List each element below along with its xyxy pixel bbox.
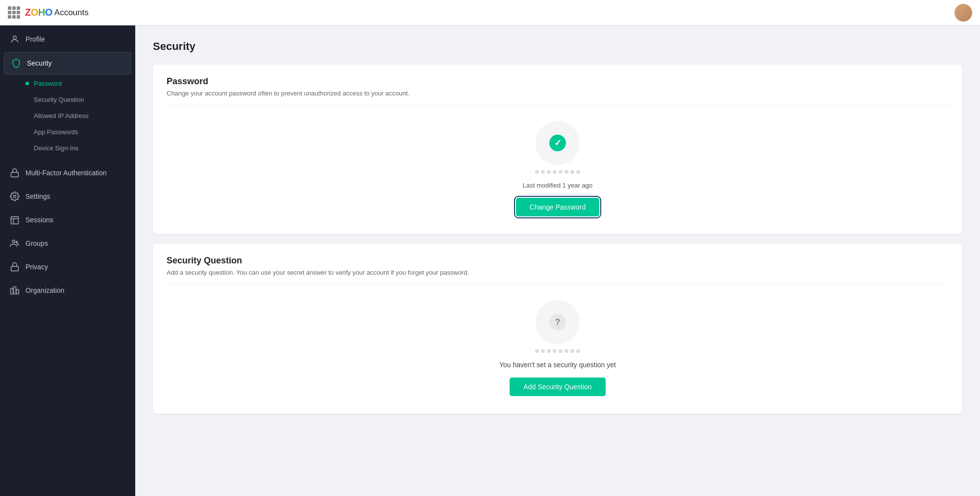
groups-icon — [10, 238, 20, 248]
dot-3 — [547, 170, 551, 174]
sidebar-sessions-label: Sessions — [25, 216, 53, 224]
dot-7 — [570, 170, 574, 174]
no-question-text: You haven't set a security question yet — [499, 361, 616, 369]
sidebar-subitem-password[interactable]: Password — [0, 75, 135, 92]
password-icon-circle: ✓ — [536, 121, 580, 165]
organization-icon — [10, 285, 20, 295]
svg-point-6 — [12, 240, 15, 242]
sidebar-groups-label: Groups — [25, 239, 48, 247]
sidebar-organization-label: Organization — [25, 286, 64, 294]
user-avatar[interactable] — [955, 4, 972, 22]
sidebar-item-privacy[interactable]: Privacy — [0, 255, 135, 279]
layout: Profile Security Password Security Quest… — [0, 25, 980, 496]
sidebar-item-sessions[interactable]: Sessions — [0, 208, 135, 232]
sidebar-subitem-allowed-ip[interactable]: Allowed IP Address — [0, 108, 135, 124]
active-dot — [25, 82, 29, 85]
svg-point-7 — [16, 241, 18, 243]
last-modified-text: Last modified 1 year ago — [523, 182, 592, 189]
sq-dot-7 — [570, 349, 574, 353]
password-card-header: Password Change your account password of… — [153, 65, 962, 105]
sq-dot-3 — [547, 349, 551, 353]
profile-icon — [10, 34, 20, 44]
inactive-dot-3 — [25, 130, 29, 134]
sidebar-privacy-label: Privacy — [25, 263, 48, 271]
zoho-logo: ZOHO Accounts — [25, 7, 89, 18]
inactive-dot — [25, 98, 29, 101]
sidebar-item-organization[interactable]: Organization — [0, 279, 135, 302]
app-grid-icon[interactable] — [8, 6, 20, 19]
subitem-security-question-label: Security Question — [34, 96, 84, 103]
svg-rect-1 — [11, 172, 19, 177]
subitem-allowed-ip-label: Allowed IP Address — [34, 112, 89, 119]
subitem-device-sign-ins-label: Device Sign-Ins — [34, 144, 78, 152]
password-check-badge: ✓ — [549, 135, 566, 151]
sq-dot-8 — [576, 349, 580, 353]
svg-rect-11 — [16, 289, 19, 294]
sidebar-security-label: Security — [27, 59, 52, 67]
password-card-desc: Change your account password often to pr… — [167, 90, 949, 97]
dot-6 — [564, 170, 568, 174]
privacy-icon — [10, 262, 20, 272]
sidebar-settings-label: Settings — [25, 192, 50, 200]
sidebar-profile-label: Profile — [25, 35, 45, 43]
sidebar-subitem-device-sign-ins[interactable]: Device Sign-Ins — [0, 140, 135, 156]
avatar-image — [955, 4, 972, 22]
svg-rect-3 — [11, 216, 19, 224]
security-question-icon-circle: ? — [536, 300, 580, 344]
dot-4 — [553, 170, 557, 174]
security-question-card-body: ? You haven't set a security question ye… — [153, 284, 962, 414]
sq-dot-2 — [541, 349, 545, 353]
main-content: Security Password Change your account pa… — [135, 25, 980, 496]
sidebar-subitem-app-passwords[interactable]: App Passwords — [0, 124, 135, 140]
product-name: Accounts — [54, 8, 89, 18]
security-question-card: Security Question Add a security questio… — [153, 244, 962, 414]
sidebar-mfa-label: Multi-Factor Authentication — [25, 169, 107, 177]
sidebar-subitem-security-question[interactable]: Security Question — [0, 92, 135, 108]
sq-dot-6 — [564, 349, 568, 353]
sidebar-item-settings[interactable]: Settings — [0, 185, 135, 208]
svg-rect-8 — [11, 266, 19, 271]
inactive-dot-2 — [25, 114, 29, 118]
sessions-icon — [10, 215, 20, 225]
security-question-badge: ? — [549, 314, 566, 331]
password-card: Password Change your account password of… — [153, 65, 962, 234]
security-question-card-title: Security Question — [167, 256, 949, 266]
svg-rect-9 — [11, 288, 13, 294]
password-card-title: Password — [167, 76, 949, 87]
sq-dot-4 — [553, 349, 557, 353]
sidebar-item-mfa[interactable]: Multi-Factor Authentication — [0, 161, 135, 185]
svg-rect-10 — [14, 287, 16, 294]
inactive-dot-4 — [25, 146, 29, 150]
svg-point-0 — [13, 36, 17, 39]
dot-1 — [535, 170, 539, 174]
security-question-dots — [535, 349, 580, 353]
topnav-left: ZOHO Accounts — [8, 6, 89, 19]
dot-8 — [576, 170, 580, 174]
page-title: Security — [153, 40, 962, 53]
sq-dot-1 — [535, 349, 539, 353]
password-card-body: ✓ Last modified 1 year ago Change Passwo… — [153, 105, 962, 234]
security-subitems: Password Security Question Allowed IP Ad… — [0, 75, 135, 156]
svg-point-2 — [14, 195, 16, 198]
topnav: ZOHO Accounts — [0, 0, 980, 25]
dot-2 — [541, 170, 545, 174]
add-security-question-button[interactable]: Add Security Question — [510, 378, 605, 396]
security-question-card-desc: Add a security question. You can use you… — [167, 269, 949, 276]
sidebar-item-groups[interactable]: Groups — [0, 232, 135, 255]
dot-5 — [559, 170, 563, 174]
zoho-wordmark: ZOHO — [25, 7, 52, 18]
settings-icon — [10, 191, 20, 201]
change-password-button[interactable]: Change Password — [516, 198, 599, 216]
security-icon — [11, 58, 21, 68]
sidebar-item-profile[interactable]: Profile — [0, 27, 135, 51]
security-question-card-header: Security Question Add a security questio… — [153, 244, 962, 284]
sq-dot-5 — [559, 349, 563, 353]
password-dots — [535, 170, 580, 174]
subitem-password-label: Password — [34, 80, 62, 87]
mfa-icon — [10, 168, 20, 178]
subitem-app-passwords-label: App Passwords — [34, 128, 78, 136]
sidebar: Profile Security Password Security Quest… — [0, 25, 135, 496]
sidebar-item-security[interactable]: Security — [4, 52, 131, 74]
